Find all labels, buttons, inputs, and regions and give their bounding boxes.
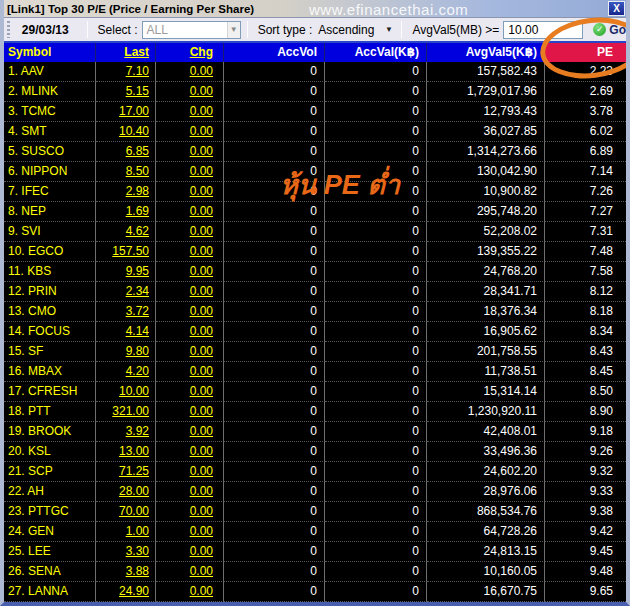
cell-last[interactable]: 321.00 — [96, 402, 156, 422]
chevron-down-icon[interactable]: ▼ — [382, 25, 395, 34]
cell-chg[interactable]: 0.00 — [156, 302, 224, 322]
cell-chg[interactable]: 0.00 — [156, 262, 224, 282]
cell-chg[interactable]: 0.00 — [156, 582, 224, 602]
cell-last[interactable]: 3.92 — [96, 422, 156, 442]
cell-last[interactable]: 4.20 — [96, 362, 156, 382]
cell-symbol[interactable]: 8. NEP — [4, 202, 96, 222]
cell-last[interactable]: 2.98 — [96, 182, 156, 202]
cell-last[interactable]: 6.85 — [96, 142, 156, 162]
cell-chg[interactable]: 0.00 — [156, 322, 224, 342]
close-button[interactable]: X — [608, 1, 625, 16]
cell-symbol[interactable]: 25. LEE — [4, 542, 96, 562]
column-header-last[interactable]: Last — [96, 43, 156, 62]
cell-last[interactable]: 3.72 — [96, 302, 156, 322]
cell-chg[interactable]: 0.00 — [156, 62, 224, 82]
cell-chg[interactable]: 0.00 — [156, 562, 224, 582]
cell-symbol[interactable]: 16. MBAX — [4, 362, 96, 382]
cell-chg[interactable]: 0.00 — [156, 182, 224, 202]
cell-chg[interactable]: 0.00 — [156, 122, 224, 142]
cell-symbol[interactable]: 22. AH — [4, 482, 96, 502]
cell-last[interactable]: 71.25 — [96, 462, 156, 482]
cell-symbol[interactable]: 19. BROOK — [4, 422, 96, 442]
cell-symbol[interactable]: 14. FOCUS — [4, 322, 96, 342]
cell-symbol[interactable]: 11. KBS — [4, 262, 96, 282]
cell-last[interactable]: 17.00 — [96, 102, 156, 122]
cell-chg[interactable]: 0.00 — [156, 102, 224, 122]
cell-symbol[interactable]: 27. LANNA — [4, 582, 96, 602]
cell-chg[interactable]: 0.00 — [156, 282, 224, 302]
cell-symbol[interactable]: 21. SCP — [4, 462, 96, 482]
cell-last[interactable]: 10.00 — [96, 382, 156, 402]
cell-symbol[interactable]: 9. SVI — [4, 222, 96, 242]
cell-pe: 6.89 — [545, 142, 626, 162]
cell-symbol[interactable]: 17. CFRESH — [4, 382, 96, 402]
cell-last[interactable]: 13.00 — [96, 442, 156, 462]
cell-chg[interactable]: 0.00 — [156, 482, 224, 502]
cell-chg[interactable]: 0.00 — [156, 442, 224, 462]
cell-chg[interactable]: 0.00 — [156, 522, 224, 542]
column-header-accval[interactable]: AccVal(K฿) — [325, 43, 427, 62]
cell-last[interactable]: 3.88 — [96, 562, 156, 582]
cell-chg[interactable]: 0.00 — [156, 82, 224, 102]
cell-chg[interactable]: 0.00 — [156, 242, 224, 262]
cell-chg[interactable]: 0.00 — [156, 362, 224, 382]
table-row: 2. MLINK5.150.00001,729,017.962.69 — [4, 82, 626, 102]
cell-chg[interactable]: 0.00 — [156, 202, 224, 222]
column-header-pe[interactable]: PE — [545, 43, 626, 62]
cell-symbol[interactable]: 20. KSL — [4, 442, 96, 462]
cell-last[interactable]: 5.15 — [96, 82, 156, 102]
cell-symbol[interactable]: 23. PTTGC — [4, 502, 96, 522]
cell-last[interactable]: 70.00 — [96, 502, 156, 522]
cell-symbol[interactable]: 2. MLINK — [4, 82, 96, 102]
cell-symbol[interactable]: 5. SUSCO — [4, 142, 96, 162]
cell-chg[interactable]: 0.00 — [156, 422, 224, 442]
cell-accval: 0 — [325, 362, 427, 382]
cell-last[interactable]: 8.50 — [96, 162, 156, 182]
go-button[interactable]: ✓ Go — [593, 23, 626, 37]
select-dropdown[interactable]: ALL ▼ — [142, 21, 241, 39]
cell-symbol[interactable]: 13. CMO — [4, 302, 96, 322]
cell-symbol[interactable]: 10. EGCO — [4, 242, 96, 262]
cell-last[interactable]: 10.40 — [96, 122, 156, 142]
cell-symbol[interactable]: 26. SENA — [4, 562, 96, 582]
cell-last[interactable]: 24.90 — [96, 582, 156, 602]
column-header-chg[interactable]: Chg — [156, 43, 224, 62]
cell-last[interactable]: 1.00 — [96, 522, 156, 542]
column-header-accvol[interactable]: AccVol — [224, 43, 325, 62]
cell-last[interactable]: 4.62 — [96, 222, 156, 242]
cell-symbol[interactable]: 12. PRIN — [4, 282, 96, 302]
chevron-down-icon[interactable]: ▼ — [227, 22, 240, 38]
cell-symbol[interactable]: 15. SF — [4, 342, 96, 362]
sort-type-dropdown[interactable]: Ascending ▼ — [316, 21, 395, 39]
cell-chg[interactable]: 0.00 — [156, 342, 224, 362]
cell-last[interactable]: 9.80 — [96, 342, 156, 362]
cell-accvol: 0 — [224, 242, 325, 262]
cell-symbol[interactable]: 3. TCMC — [4, 102, 96, 122]
cell-chg[interactable]: 0.00 — [156, 382, 224, 402]
toolbar-grip-handle[interactable] — [7, 21, 10, 38]
cell-symbol[interactable]: 24. GEN — [4, 522, 96, 542]
cell-last[interactable]: 4.14 — [96, 322, 156, 342]
cell-symbol[interactable]: 7. IFEC — [4, 182, 96, 202]
cell-symbol[interactable]: 1. AAV — [4, 62, 96, 82]
cell-chg[interactable]: 0.00 — [156, 402, 224, 422]
cell-last[interactable]: 7.10 — [96, 62, 156, 82]
cell-chg[interactable]: 0.00 — [156, 162, 224, 182]
avgval5-filter-input[interactable] — [503, 21, 583, 39]
cell-chg[interactable]: 0.00 — [156, 462, 224, 482]
cell-last[interactable]: 9.95 — [96, 262, 156, 282]
cell-last[interactable]: 157.50 — [96, 242, 156, 262]
cell-last[interactable]: 3.30 — [96, 542, 156, 562]
cell-chg[interactable]: 0.00 — [156, 222, 224, 242]
column-header-avgval5[interactable]: AvgVal5(K฿) — [427, 43, 545, 62]
cell-chg[interactable]: 0.00 — [156, 502, 224, 522]
cell-symbol[interactable]: 4. SMT — [4, 122, 96, 142]
cell-symbol[interactable]: 18. PTT — [4, 402, 96, 422]
cell-chg[interactable]: 0.00 — [156, 142, 224, 162]
column-header-symbol[interactable]: Symbol — [4, 43, 96, 62]
cell-last[interactable]: 1.69 — [96, 202, 156, 222]
cell-symbol[interactable]: 6. NIPPON — [4, 162, 96, 182]
cell-last[interactable]: 2.34 — [96, 282, 156, 302]
cell-chg[interactable]: 0.00 — [156, 542, 224, 562]
cell-last[interactable]: 28.00 — [96, 482, 156, 502]
